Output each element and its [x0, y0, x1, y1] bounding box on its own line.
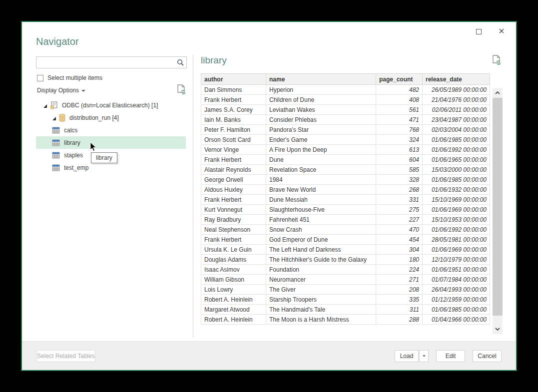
expander-expanded-icon[interactable]: [52, 115, 56, 120]
scrollbar-thumb[interactable]: [493, 98, 503, 316]
tree-node-label: staples: [64, 152, 83, 159]
tree-node-table-calcs[interactable]: calcs: [36, 124, 186, 136]
search-icon[interactable]: [174, 59, 186, 66]
table-cell-name: Fahrenheit 451: [266, 215, 376, 225]
table-icon: [52, 127, 60, 134]
table-row: Frank HerbertDune60401/06/1965 00:00:00: [201, 155, 490, 165]
table-cell-name: God Emperor of Dune: [266, 235, 376, 245]
table-cell-release_date: 01/06/1985 00:00:00: [423, 305, 490, 315]
table-cell-name: The Hitchhiker's Guide to the Galaxy: [266, 255, 376, 265]
table-row: Vernor VingeA Fire Upon the Deep61301/06…: [201, 145, 490, 155]
edit-button[interactable]: Edit: [436, 350, 465, 362]
tree-node-label: distribution_run [4]: [69, 114, 119, 121]
preview-table-body: Dan SimmonsHyperion48226/05/1989 00:00:0…: [201, 85, 490, 325]
scroll-up-button[interactable]: [493, 88, 503, 98]
select-multiple-checkbox[interactable]: [37, 75, 43, 81]
load-dropdown-button[interactable]: [419, 350, 429, 362]
table-cell-page_count: 613: [376, 145, 423, 155]
table-cell-page_count: 180: [376, 255, 423, 265]
table-cell-release_date: 01/04/1966 00:00:00: [423, 315, 490, 325]
close-button[interactable]: ✕: [495, 26, 508, 37]
table-cell-release_date: 28/05/1981 00:00:00: [423, 235, 490, 245]
table-row: Kurt VonnegutSlaughterhouse-Five27501/06…: [201, 205, 490, 215]
table-cell-page_count: 304: [376, 245, 423, 255]
select-related-tables-button[interactable]: Select Related Tables: [36, 350, 95, 362]
maximize-button[interactable]: [472, 26, 485, 37]
table-cell-page_count: 227: [376, 215, 423, 225]
window-controls: ✕: [472, 26, 508, 37]
table-cell-release_date: 01/06/1985 00:00:00: [423, 135, 490, 145]
table-row: Robert A. HeinleinStarship Troopers33501…: [201, 295, 490, 305]
column-header-author: author: [201, 74, 266, 85]
tree-node-label: ODBC (dsn=Local Elasticsearch) [1]: [62, 102, 158, 109]
table-cell-release_date: 01/06/1992 00:00:00: [423, 225, 490, 235]
table-cell-page_count: 471: [376, 115, 423, 125]
table-cell-author: Alastair Reynolds: [201, 165, 266, 175]
table-cell-author: Frank Herbert: [201, 95, 266, 105]
tree-node-label: calcs: [64, 127, 77, 134]
scroll-down-button[interactable]: [493, 324, 503, 334]
table-cell-author: Peter F. Hamilton: [201, 125, 266, 135]
table-row: William GibsonNeuromancer27101/07/1984 0…: [201, 275, 490, 285]
table-cell-name: Children of Dune: [266, 95, 376, 105]
table-cell-page_count: 224: [376, 265, 423, 275]
table-cell-page_count: 324: [376, 135, 423, 145]
table-row: Aldous HuxleyBrave New World26801/06/193…: [201, 185, 490, 195]
table-row: Frank HerbertGod Emperor of Dune45428/05…: [201, 235, 490, 245]
table-cell-page_count: 768: [376, 125, 423, 135]
table-cell-page_count: 454: [376, 235, 423, 245]
table-cell-name: Leviathan Wakes: [266, 105, 376, 115]
table-cell-name: Dune: [266, 155, 376, 165]
table-cell-page_count: 275: [376, 205, 423, 215]
table-cell-author: Dan Simmons: [201, 85, 266, 95]
table-cell-release_date: 01/06/1932 00:00:00: [423, 185, 490, 195]
maximize-icon: [476, 29, 482, 34]
table-cell-name: Neuromancer: [266, 275, 376, 285]
table-cell-author: Vernor Vinge: [201, 145, 266, 155]
table-cell-author: Robert A. Heinlein: [201, 315, 266, 325]
table-cell-release_date: 21/04/1976 00:00:00: [423, 95, 490, 105]
table-cell-page_count: 331: [376, 195, 423, 205]
tree-node-odbc-source[interactable]: ODBC (dsn=Local Elasticsearch) [1]: [36, 99, 186, 111]
table-row: Frank HerbertChildren of Dune40821/04/19…: [201, 95, 490, 105]
refresh-preview-icon[interactable]: [493, 55, 501, 67]
table-cell-author: Douglas Adams: [201, 255, 266, 265]
tree-node-distribution-run[interactable]: distribution_run [4]: [36, 111, 186, 124]
preview-title: library: [201, 55, 227, 66]
table-cell-author: Neal Stephenson: [201, 225, 266, 235]
load-button[interactable]: Load: [395, 350, 419, 362]
table-cell-name: Pandora's Star: [266, 125, 376, 135]
table-row: Iain M. BanksConsider Phlebas47123/04/19…: [201, 115, 490, 125]
table-cell-release_date: 01/12/1959 00:00:00: [423, 295, 490, 305]
cancel-button[interactable]: Cancel: [473, 350, 502, 362]
refresh-preview-icon[interactable]: [177, 84, 186, 97]
table-cell-release_date: 26/05/1989 00:00:00: [423, 85, 490, 95]
search-box: [36, 56, 187, 68]
table-row: Isaac AsimovFoundation22401/06/1951 00:0…: [201, 265, 490, 275]
pane-divider: [193, 55, 193, 338]
table-cell-page_count: 482: [376, 85, 423, 95]
table-row: Frank HerbertDune Messiah33115/10/1969 0…: [201, 195, 490, 205]
tree-node-table-library[interactable]: library: [36, 136, 186, 149]
table-cell-page_count: 408: [376, 95, 423, 105]
search-input[interactable]: [36, 59, 174, 66]
table-cell-release_date: 01/06/1985 00:00:00: [423, 175, 490, 185]
odbc-source-icon: [50, 101, 58, 109]
display-options-dropdown[interactable]: Display Options: [37, 87, 85, 94]
expander-expanded-icon[interactable]: [43, 103, 47, 107]
table-cell-author: Robert A. Heinlein: [201, 295, 266, 305]
preview-scrollbar[interactable]: [493, 88, 503, 334]
table-icon: [52, 164, 60, 171]
table-cell-page_count: 561: [376, 105, 423, 115]
table-cell-page_count: 271: [376, 275, 423, 285]
table-cell-name: Consider Phlebas: [266, 115, 376, 125]
table-row: Dan SimmonsHyperion48226/05/1989 00:00:0…: [201, 85, 490, 95]
table-cell-name: The Moon is a Harsh Mistress: [266, 315, 376, 325]
page-title: Navigator: [36, 36, 79, 47]
table-cell-author: Ursula K. Le Guin: [201, 245, 266, 255]
table-cell-release_date: 01/06/1992 00:00:00: [423, 145, 490, 155]
table-cell-author: Kurt Vonnegut: [201, 205, 266, 215]
table-cell-name: The Handmaid's Tale: [266, 305, 376, 315]
table-cell-release_date: 26/04/1993 00:00:00: [423, 285, 490, 295]
column-header-release-date: release_date: [423, 74, 490, 85]
